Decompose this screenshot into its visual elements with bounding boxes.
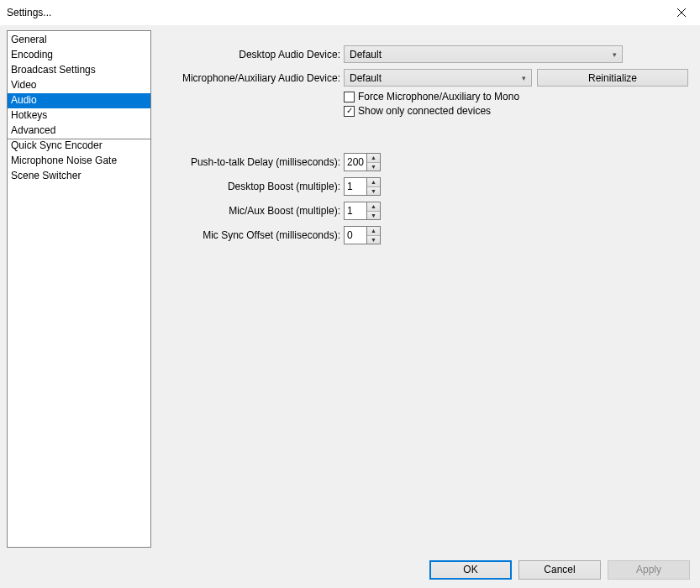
apply-button[interactable]: Apply	[608, 560, 690, 580]
sidebar-item-encoding[interactable]: Encoding	[8, 48, 150, 63]
mic-audio-value: Default	[350, 72, 382, 84]
spinner-down-icon[interactable]: ▼	[367, 212, 380, 220]
desktop-audio-select[interactable]: Default ▾	[344, 45, 623, 63]
ptt-delay-spinner[interactable]: ▲▼	[344, 153, 381, 171]
mic-boost-label: Mic/Aux Boost (multiple):	[155, 205, 344, 217]
desktop-audio-label: Desktop Audio Device:	[155, 49, 344, 60]
dialog-button-bar: OK Cancel Apply	[0, 551, 700, 588]
ptt-delay-label: Push-to-talk Delay (milliseconds):	[155, 156, 344, 168]
mic-sync-label: Mic Sync Offset (milliseconds):	[155, 229, 344, 241]
sidebar-item-scene-switcher[interactable]: Scene Switcher	[8, 169, 150, 184]
desktop-boost-spinner[interactable]: ▲▼	[344, 177, 381, 196]
reinitialize-label: Reinitialize	[588, 72, 637, 84]
ptt-delay-input[interactable]	[344, 153, 367, 171]
spinner-up-icon[interactable]: ▲	[367, 202, 380, 212]
mic-sync-input[interactable]	[344, 226, 367, 244]
settings-sidebar: GeneralEncodingBroadcast SettingsVideoAu…	[7, 30, 151, 548]
desktop-boost-input[interactable]	[344, 177, 367, 196]
sidebar-item-hotkeys[interactable]: Hotkeys	[8, 108, 150, 123]
desktop-audio-value: Default	[350, 49, 382, 60]
apply-label: Apply	[636, 564, 661, 575]
sidebar-item-broadcast-settings[interactable]: Broadcast Settings	[8, 63, 150, 78]
spinner-up-icon[interactable]: ▲	[367, 178, 380, 187]
ok-button[interactable]: OK	[429, 560, 512, 580]
window-title: Settings...	[7, 7, 51, 18]
sidebar-item-quick-sync-encoder[interactable]: Quick Sync Encoder	[8, 139, 150, 154]
ok-label: OK	[463, 564, 477, 575]
spinner-down-icon[interactable]: ▼	[367, 187, 380, 196]
spinner-arrows[interactable]: ▲▼	[367, 177, 381, 196]
sidebar-item-audio[interactable]: Audio	[8, 93, 150, 108]
cancel-button[interactable]: Cancel	[518, 560, 601, 580]
spinner-arrows[interactable]: ▲▼	[367, 202, 381, 220]
mic-sync-spinner[interactable]: ▲▼	[344, 226, 381, 244]
spinner-arrows[interactable]: ▲▼	[367, 153, 381, 171]
spinner-arrows[interactable]: ▲▼	[367, 226, 381, 244]
spinner-up-icon[interactable]: ▲	[367, 227, 380, 236]
show-connected-checkbox[interactable]: ✓	[344, 106, 355, 117]
sidebar-item-microphone-noise-gate[interactable]: Microphone Noise Gate	[8, 154, 150, 169]
reinitialize-button[interactable]: Reinitialize	[537, 69, 688, 87]
mic-audio-label: Microphone/Auxiliary Audio Device:	[155, 72, 344, 84]
audio-settings-panel: Desktop Audio Device: Default ▾ Micropho…	[155, 30, 693, 546]
desktop-boost-label: Desktop Boost (multiple):	[155, 181, 344, 192]
mic-audio-select[interactable]: Default ▾	[344, 69, 532, 87]
spinner-down-icon[interactable]: ▼	[367, 236, 380, 244]
sidebar-item-advanced[interactable]: Advanced	[8, 123, 150, 139]
sidebar-item-video[interactable]: Video	[8, 78, 150, 93]
cancel-label: Cancel	[544, 564, 575, 575]
mic-boost-input[interactable]	[344, 202, 367, 220]
close-button[interactable]	[662, 0, 700, 25]
chevron-down-icon: ▾	[613, 50, 617, 59]
titlebar: Settings...	[0, 0, 700, 25]
force-mono-label: Force Microphone/Auxiliary to Mono	[358, 91, 519, 102]
sidebar-item-general[interactable]: General	[8, 33, 150, 48]
mic-boost-spinner[interactable]: ▲▼	[344, 202, 381, 220]
force-mono-checkbox[interactable]	[344, 92, 355, 102]
chevron-down-icon: ▾	[522, 74, 526, 82]
show-connected-label: Show only connected devices	[358, 105, 491, 117]
spinner-up-icon[interactable]: ▲	[367, 154, 380, 163]
spinner-down-icon[interactable]: ▼	[367, 163, 380, 171]
